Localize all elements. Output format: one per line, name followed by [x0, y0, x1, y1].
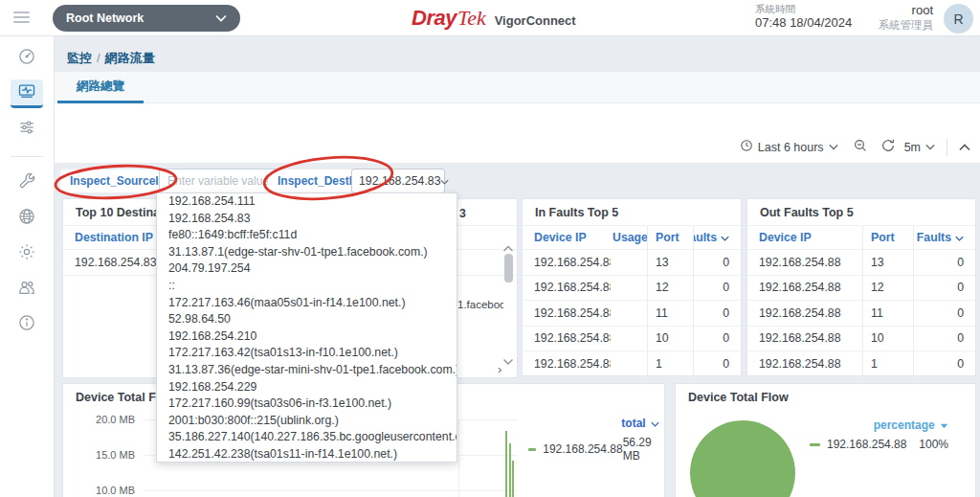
table-row[interactable]: 192.168.254.88110	[747, 301, 975, 327]
table-row[interactable]: 192.168.254.88110	[523, 301, 741, 327]
dropdown-option[interactable]: 35.186.227.140(140.227.186.35.bc.googleu…	[157, 429, 457, 446]
dropdown-option[interactable]: 52.98.64.50	[157, 311, 457, 328]
sidebar-item-network[interactable]	[11, 204, 43, 233]
dropdown-option[interactable]: 31.13.87.36(edge-star-mini-shv-01-tpe1.f…	[157, 362, 457, 379]
chevron-up-icon	[959, 144, 970, 151]
faults-value: 0	[913, 301, 975, 326]
column-header-port[interactable]: Port	[862, 226, 913, 249]
sidebar-divider	[11, 156, 43, 157]
user-role: 系統管理員	[837, 18, 933, 32]
zoom-out-button[interactable]	[853, 138, 868, 156]
sidebar-item-users[interactable]	[11, 275, 43, 304]
legend-item[interactable]: 192.168.254.88 56.29 MB	[528, 436, 659, 463]
sidebar-item-monitoring[interactable]	[11, 79, 43, 108]
legend-sort-header[interactable]: total	[528, 417, 659, 430]
sidebar-item-settings[interactable]	[11, 239, 43, 268]
dropdown-option[interactable]: 192.168.254.229	[157, 379, 457, 396]
draytek-logo: Dray Tek VigorConnect	[412, 6, 576, 31]
tab-bar: 網路總覽	[55, 72, 980, 103]
sidebar-item-configuration[interactable]	[11, 115, 43, 144]
table-row[interactable]: 192.168.254.8810	[523, 351, 741, 377]
dropdown-option[interactable]: ::	[157, 278, 457, 295]
table-row[interactable]: 192.168.254.88130	[747, 250, 975, 276]
series-name: 192.168.254.88	[827, 438, 906, 451]
table-row[interactable]: 192.168.254.88130	[523, 250, 741, 276]
series-color-dash	[810, 443, 820, 446]
top-bar: Root Network Dray Tek VigorConnect 系統時間 …	[0, 0, 980, 36]
scrollbar-thumb[interactable]	[504, 254, 513, 282]
column-header-usage[interactable]: Usage	[611, 231, 647, 244]
gridline	[458, 419, 459, 497]
scroll-down-icon[interactable]	[502, 352, 514, 370]
dropdown-option[interactable]: 204.79.197.254	[157, 260, 457, 278]
port-value: 12	[862, 276, 913, 301]
breadcrumb-separator: /	[97, 51, 100, 65]
sort-chevron-icon	[721, 231, 729, 244]
legend-sort-header[interactable]: percentage	[810, 418, 948, 432]
column-header-faults[interactable]: Faults	[913, 226, 975, 249]
device-ip-value: 192.168.254.88	[523, 281, 611, 294]
chart-toolbar: Last 6 hours 5m	[740, 138, 970, 156]
port-value: 10	[862, 327, 913, 351]
port-value: 10	[647, 327, 693, 351]
column-header-device-ip[interactable]: Device IP	[523, 231, 611, 244]
device-ip-value: 192.168.254.88	[747, 331, 862, 345]
gear-icon	[17, 242, 36, 265]
username: root	[837, 3, 933, 18]
series-color-dash	[528, 448, 536, 451]
panel-title: In Faults Top 5	[523, 199, 741, 226]
dropdown-option[interactable]: 192.168.254.210	[157, 328, 457, 346]
users-icon	[17, 278, 36, 301]
menu-toggle-icon[interactable]	[13, 11, 30, 24]
pie-chart[interactable]	[690, 420, 795, 497]
panel-in-faults: In Faults Top 5 Device IP Usage Port Fau…	[522, 198, 742, 376]
refresh-button[interactable]	[880, 138, 896, 156]
table-row[interactable]: 192.168.254.88120	[523, 276, 741, 302]
logo-tek: Tek	[457, 6, 486, 31]
sidebar-item-dashboard[interactable]	[11, 44, 43, 73]
network-selector[interactable]: Root Network	[53, 5, 240, 32]
chevron-down-icon	[829, 144, 838, 150]
table-row[interactable]: 192.168.254.88100	[523, 327, 741, 352]
sidebar-item-about[interactable]	[11, 310, 43, 339]
table-row[interactable]: 192.168.254.88120	[747, 276, 975, 302]
dropdown-option[interactable]: 172.217.163.46(maa05s01-in-f14.1e100.net…	[157, 295, 457, 312]
panel-title-tail: 3	[459, 207, 466, 220]
chart-legend: total 192.168.254.88 56.29 MB	[528, 417, 659, 463]
traffic-spike	[505, 431, 507, 497]
breadcrumb-section[interactable]: 監控	[67, 51, 92, 65]
dropdown-option[interactable]: 31.13.87.1(edge-star-shv-01-tpe1.faceboo…	[157, 244, 457, 261]
faults-value: 0	[913, 351, 975, 376]
legend-item[interactable]: 192.168.254.88 100%	[810, 438, 948, 451]
dropdown-option[interactable]: 192.168.254.111	[157, 193, 457, 211]
chevron-down-icon	[215, 11, 227, 25]
dropdown-option[interactable]: 142.251.42.238(tsa01s11-in-f14.1e100.net…	[157, 446, 457, 463]
port-value: 12	[647, 276, 693, 301]
refresh-interval-picker[interactable]: 5m	[904, 141, 935, 154]
column-header-device-ip[interactable]: Device IP	[747, 231, 862, 244]
variable-dest-ip-select[interactable]: 192.168.254.83	[351, 169, 445, 193]
avatar[interactable]: R	[944, 4, 973, 34]
column-header-port[interactable]: Port	[647, 226, 693, 249]
dropdown-option[interactable]: 192.168.254.83	[157, 211, 457, 228]
device-ip-value: 192.168.254.88	[747, 281, 862, 294]
dest-ip-dropdown-list: 192.168.254.111192.168.254.83fe80::1649:…	[156, 192, 457, 463]
dropdown-option[interactable]: 172.217.163.42(tsa01s13-in-f10.1e100.net…	[157, 345, 457, 362]
tab-network-overview[interactable]: 網路總覽	[57, 72, 144, 103]
time-range-picker[interactable]: Last 6 hours	[740, 139, 838, 155]
dropdown-option[interactable]: 2001:b030:800f::215(ublink.org.)	[157, 413, 457, 430]
collapse-row-button[interactable]	[959, 141, 970, 154]
logo-dray: Dray	[412, 6, 457, 31]
table-row[interactable]: 192.168.254.88100	[747, 327, 975, 352]
column-header-faults[interactable]: Faults	[693, 226, 741, 249]
dropdown-option[interactable]: fe80::1649:bcff:fe5f:c11d	[157, 227, 457, 244]
variable-source-ip-input[interactable]	[159, 169, 280, 193]
sidebar-item-maintenance[interactable]	[11, 169, 43, 197]
y-axis-tick: 20.0 MB	[92, 414, 135, 425]
panel-device-flow-pie: Device Total Flow percentage 192.168.254…	[675, 383, 976, 497]
pagination-next-button[interactable]: ›	[498, 362, 501, 376]
sort-chevron-icon	[955, 231, 964, 244]
dropdown-option[interactable]: 172.217.160.99(tsa03s06-in-f3.1e100.net.…	[157, 395, 457, 413]
chevron-down-icon	[440, 174, 449, 188]
table-row[interactable]: 192.168.254.8810	[747, 351, 975, 377]
